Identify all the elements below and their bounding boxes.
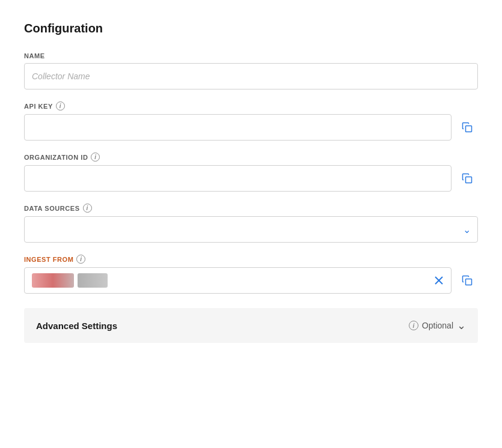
advanced-settings-section[interactable]: Advanced Settings i Optional ⌄ xyxy=(24,308,478,343)
name-input[interactable] xyxy=(24,63,478,89)
data-sources-label: DATA SOURCES i xyxy=(24,204,478,213)
ingest-from-clear-button[interactable] xyxy=(433,274,445,286)
ingest-from-field-group: INGEST FROM i xyxy=(24,255,478,294)
name-field-group: NAME xyxy=(24,52,478,89)
api-key-input[interactable] xyxy=(24,114,451,141)
api-key-copy-button[interactable] xyxy=(456,117,478,138)
org-id-info-icon[interactable]: i xyxy=(91,153,100,162)
org-id-input-row xyxy=(24,165,478,192)
configuration-panel: Configuration NAME API KEY i ORGANIZATIO… xyxy=(12,12,490,353)
svg-rect-1 xyxy=(466,177,472,183)
data-sources-info-icon[interactable]: i xyxy=(83,204,92,213)
svg-rect-0 xyxy=(466,126,472,132)
ingest-from-row xyxy=(24,267,478,294)
data-sources-field-group: DATA SOURCES i ⌄ xyxy=(24,204,478,243)
optional-label: Optional xyxy=(422,321,453,330)
org-id-input[interactable] xyxy=(24,165,451,192)
advanced-info-icon[interactable]: i xyxy=(409,321,418,330)
copy-icon xyxy=(461,121,473,133)
page-title: Configuration xyxy=(24,22,478,35)
data-sources-select-wrapper: ⌄ xyxy=(24,216,478,243)
copy-icon xyxy=(461,172,473,184)
ingest-from-copy-button[interactable] xyxy=(456,270,478,291)
advanced-settings-title: Advanced Settings xyxy=(36,321,117,331)
org-id-label: ORGANIZATION ID i xyxy=(24,153,478,162)
api-key-field-group: API KEY i xyxy=(24,101,478,141)
copy-icon xyxy=(461,274,473,286)
ingest-from-input-box[interactable] xyxy=(24,267,451,294)
ingest-from-label: INGEST FROM i xyxy=(24,255,478,264)
clear-icon xyxy=(433,274,445,286)
svg-rect-4 xyxy=(466,279,472,285)
org-id-copy-button[interactable] xyxy=(456,168,478,189)
ingest-from-info-icon[interactable]: i xyxy=(76,255,85,264)
api-key-label: API KEY i xyxy=(24,101,478,110)
org-id-field-group: ORGANIZATION ID i xyxy=(24,153,478,192)
data-sources-select[interactable] xyxy=(24,216,478,243)
name-input-wrapper xyxy=(24,63,478,89)
api-key-info-icon[interactable]: i xyxy=(56,101,65,110)
api-key-input-row xyxy=(24,114,478,141)
name-label: NAME xyxy=(24,52,478,59)
advanced-settings-right: i Optional ⌄ xyxy=(409,319,466,332)
ingest-tag-pink xyxy=(32,273,74,288)
ingest-tag-gray xyxy=(78,273,108,288)
advanced-chevron-icon[interactable]: ⌄ xyxy=(457,319,466,332)
